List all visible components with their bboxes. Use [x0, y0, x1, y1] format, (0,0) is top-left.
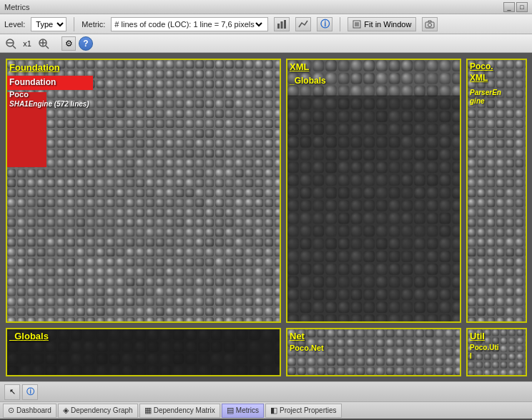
title-bar-controls: _ □: [503, 2, 528, 12]
panel-foundation[interactable]: Foundation Foundation Poco SHA1Engine (5…: [6, 59, 281, 323]
toolbar-row2: x1 ⚙ ?: [0, 34, 532, 53]
toolbar-row1: Level: Type Metric: # lines of code (LOC…: [0, 14, 532, 34]
panel-net[interactable]: Net Poco.Net: [286, 328, 461, 376]
pointer-action-button[interactable]: ↖: [4, 384, 20, 400]
bar-chart-icon[interactable]: [274, 17, 290, 31]
separator2: [340, 17, 340, 31]
info-action-button[interactable]: ⓘ: [22, 384, 38, 400]
svg-point-6: [428, 23, 432, 26]
main-canvas: Foundation Foundation Poco SHA1Engine (5…: [0, 53, 532, 381]
status-bar: ⊙ Dashboard ◈ Dependency Graph ▦ Depende…: [0, 401, 532, 419]
level-select[interactable]: Type: [31, 17, 66, 31]
camera-icon[interactable]: [422, 17, 438, 31]
svg-line-13: [46, 46, 49, 49]
level-label: Level:: [4, 20, 25, 29]
panel-globals[interactable]: _Globals: [6, 328, 281, 376]
bottom-toolbar: ↖ ⓘ: [0, 381, 532, 401]
dashboard-icon: ⊙: [8, 406, 14, 415]
metric-display: # lines of code (LOC): 1 line = 7,6 pixe…: [111, 17, 268, 31]
panel-xml-label: XML: [290, 61, 309, 73]
settings-button[interactable]: ⚙: [61, 36, 76, 51]
metric-label: Metric:: [82, 20, 105, 29]
svg-rect-4: [355, 22, 359, 26]
dependency-graph-icon: ◈: [63, 406, 69, 415]
svg-rect-2: [284, 20, 286, 29]
panel-net-sublabel: Poco.Net: [290, 344, 324, 353]
metrics-icon: ▤: [227, 406, 234, 415]
project-properties-icon: ◧: [270, 406, 277, 415]
tab-dependency-matrix-label: Dependency Matrix: [154, 406, 215, 414]
info-chart-icon[interactable]: ⓘ: [317, 17, 332, 31]
zoom-in-button[interactable]: [37, 37, 50, 50]
zoom-out-button[interactable]: [4, 37, 17, 50]
panel-xml-sublabel: _Globals: [290, 76, 326, 86]
tab-dependency-graph-label: Dependency Graph: [71, 406, 133, 414]
panel-poco-xml-label: Poco.XML: [470, 61, 493, 84]
panel-globals-label: _Globals: [9, 331, 49, 342]
title-bar: Metrics _ □: [0, 0, 532, 14]
panel-util-label: Util: [470, 331, 485, 342]
panel-poco-xml[interactable]: Poco.XML ParserEngine: [466, 59, 527, 323]
tab-metrics-label: Metrics: [236, 406, 259, 414]
tab-dependency-matrix[interactable]: ▦ Dependency Matrix: [139, 404, 220, 418]
maximize-button[interactable]: □: [516, 2, 528, 12]
fit-in-window-button[interactable]: Fit in Window: [348, 17, 416, 31]
foundation-canvas: [7, 60, 280, 321]
panel-util[interactable]: Util Poco.Util: [466, 328, 527, 376]
tab-project-properties-label: Project Properties: [280, 406, 336, 414]
panel-foundation-sublabel1: Foundation: [9, 77, 56, 87]
window-title: Metrics: [4, 3, 29, 11]
tab-dashboard-label: Dashboard: [16, 406, 51, 414]
panel-net-label: Net: [290, 331, 305, 342]
xml-canvas: [287, 60, 460, 321]
tab-project-properties[interactable]: ◧ Project Properties: [265, 404, 341, 418]
panel-util-sublabel: Poco.Util: [470, 344, 499, 361]
panel-foundation-sublabel2: Poco: [9, 90, 29, 99]
panel-poco-xml-sublabel: ParserEngine: [470, 89, 501, 106]
minimize-button[interactable]: _: [503, 2, 515, 12]
separator1: [74, 17, 74, 31]
svg-rect-0: [277, 24, 280, 29]
dependency-matrix-icon: ▦: [144, 406, 152, 415]
line-chart-icon[interactable]: [295, 17, 311, 31]
zoom-level: x1: [20, 39, 34, 48]
panel-foundation-sublabel3: SHA1Engine (572 lines): [9, 100, 89, 109]
panel-xml[interactable]: XML _Globals: [286, 59, 461, 323]
panel-foundation-label: Foundation: [9, 62, 60, 74]
svg-line-9: [13, 46, 16, 49]
tab-dashboard[interactable]: ⊙ Dashboard: [3, 404, 56, 418]
help-button[interactable]: ?: [79, 36, 93, 51]
metric-select[interactable]: [255, 18, 265, 31]
tab-dependency-graph[interactable]: ◈ Dependency Graph: [58, 404, 138, 418]
svg-rect-1: [281, 21, 283, 29]
tab-metrics[interactable]: ▤ Metrics: [222, 404, 264, 418]
